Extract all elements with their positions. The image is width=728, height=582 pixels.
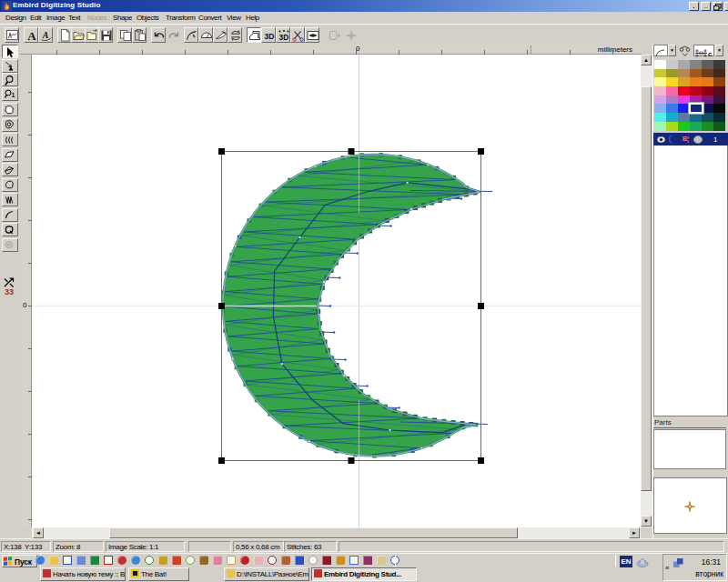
svg-text:c: c [708, 50, 713, 58]
svg-text:3D: 3D [265, 32, 275, 41]
svg-text:3D: 3D [279, 33, 289, 42]
svg-text:1: 1 [11, 92, 15, 98]
svg-text:A: A [27, 29, 36, 42]
svg-text:A: A [42, 30, 49, 40]
